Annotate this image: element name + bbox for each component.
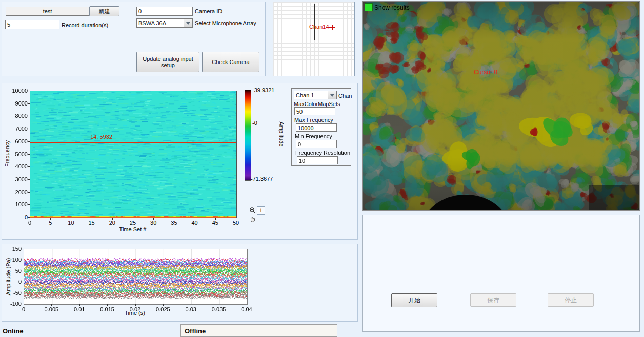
spectrogram-ytick-label: 8000 (5, 113, 28, 119)
waveform-xtick-mark (135, 304, 136, 306)
waveform-ytick-label: 150 (1, 246, 22, 252)
chevron-down-icon[interactable] (184, 19, 192, 27)
session-name-field[interactable]: test (6, 7, 89, 16)
spectrogram-xtick-label: 45 (208, 220, 223, 226)
waveform-xtick-mark (163, 304, 164, 306)
waveform-ytick-label: 0 (1, 279, 22, 285)
cursor-tool-icon[interactable]: + (257, 206, 265, 215)
min-frequency-label: Min Frequency (295, 133, 332, 139)
offline-status-label: Offline (185, 327, 206, 335)
spectrogram-ytick-label: 5000 (5, 151, 28, 157)
check-camera-button[interactable]: Check Camera (202, 52, 259, 72)
camera-cursor-label: Cursor 0 (474, 69, 497, 76)
colorbar-zero-label: -0 (252, 120, 257, 126)
spectrogram-ytick-label: 3000 (5, 176, 28, 182)
waveform-xtick-mark (219, 304, 219, 306)
spectrogram-xlabel: Time Set # (82, 226, 184, 233)
frequency-resolution-field[interactable]: 10 (297, 156, 338, 164)
spectrogram-xtick-mark (92, 218, 92, 220)
colorbar-max-label: -39.9321 (252, 87, 274, 93)
array-axis-vertical (314, 4, 315, 40)
waveform-ytick-mark (22, 293, 24, 293)
waveform-ytick-label: -50 (1, 290, 22, 296)
spectrogram-xtick-label: 20 (105, 220, 120, 226)
spectrogram-ytick-mark (28, 166, 30, 167)
save-button[interactable]: 保存 (470, 293, 516, 307)
max-colormap-field[interactable]: 50 (294, 107, 335, 115)
array-cursor-icon[interactable] (332, 25, 333, 30)
start-button[interactable]: 开始 (391, 293, 437, 307)
frequency-resolution-label: Frequency Resolution (295, 150, 350, 156)
waveform-ytick-mark (22, 249, 24, 249)
spectrogram-xtick-label: 5 (43, 220, 58, 226)
zoom-tool-icon[interactable] (249, 207, 256, 214)
camera-cursor-vline[interactable] (472, 2, 472, 210)
camera-id-label: Camera ID (195, 8, 222, 14)
spectrogram-cursor-hline[interactable] (30, 142, 236, 143)
record-duration-label: Record duration(s) (62, 22, 108, 28)
spectrogram-cursor-vline[interactable] (88, 91, 88, 217)
waveform-xtick-label: 0.015 (97, 306, 117, 312)
chevron-down-icon[interactable] (328, 91, 336, 99)
waveform-xtick-mark (79, 304, 80, 306)
show-results-checkbox[interactable] (365, 3, 373, 11)
waveform-xtick-label: 0.025 (153, 306, 173, 312)
waveform-xtick-mark (107, 304, 108, 306)
spectrogram-ytick-label: 6000 (5, 138, 28, 144)
spectrogram-cursor-label: 14, 5932 (90, 134, 112, 140)
pan-tool-icon[interactable] (249, 216, 256, 223)
spectrogram-xtick-mark (30, 218, 30, 220)
waveform-xtick-mark (191, 304, 191, 306)
waveform-xtick-label: 0 (13, 306, 34, 312)
setup-panel: test 新建 5 Record duration(s) 0 Camera ID… (2, 2, 266, 76)
show-results-label: Show results (374, 4, 410, 11)
waveform-ytick-mark (22, 260, 24, 260)
spectrogram-ytick-label: 1000 (5, 201, 28, 207)
waveform-xtick-mark (51, 304, 52, 306)
waveform-xtick-label: 0.04 (236, 306, 257, 312)
waveform-xtick-label: 0.035 (209, 306, 229, 312)
spectrogram-ytick-label: 10000 (5, 88, 28, 94)
update-analog-input-button[interactable]: Update analog input setup (136, 52, 199, 72)
spectrogram-xtick-label: 25 (125, 220, 140, 226)
spectrogram-ytick-mark (28, 141, 30, 142)
max-colormap-label: MaxColorMapSets (294, 101, 340, 107)
chan-dropdown[interactable]: Chan 1 (294, 91, 337, 99)
spectrogram-ytick-label: 7000 (5, 125, 28, 132)
record-duration-field[interactable]: 5 (5, 20, 59, 29)
mic-array-dropdown[interactable]: BSWA 36A (136, 18, 193, 28)
max-frequency-field[interactable]: 10000 (296, 123, 337, 132)
camera-result-image[interactable] (363, 2, 639, 210)
amplitude-colorbar[interactable] (245, 90, 251, 181)
spectrogram-ytick-mark (28, 116, 30, 116)
array-cursor-label: Chan14 (309, 24, 329, 30)
spectrogram-xtick-label: 35 (166, 220, 182, 226)
mic-array-value: BSWA 36A (138, 20, 166, 26)
spectrogram-xtick-mark (195, 218, 195, 220)
waveform-ytick-mark (22, 271, 24, 271)
new-button[interactable]: 新建 (89, 6, 119, 16)
waveform-ytick-label: 50 (1, 268, 22, 274)
spectrogram-plot[interactable] (30, 91, 237, 218)
spectrogram-xtick-mark (153, 218, 154, 220)
spectrogram-ytick-mark (28, 204, 30, 205)
spectrogram-xtick-mark (236, 218, 236, 220)
waveform-ytick-mark (22, 282, 24, 282)
action-panel (362, 215, 640, 332)
offline-status-box: Offline (180, 324, 337, 337)
camera-id-field[interactable]: 0 (136, 7, 193, 16)
spectrogram-ytick-label: 2000 (5, 189, 28, 195)
stop-button[interactable]: 停止 (548, 293, 594, 307)
waveform-plot[interactable] (24, 249, 248, 305)
waveform-xtick-label: 0.03 (180, 306, 201, 312)
mic-array-plot[interactable]: Chan14 (273, 2, 355, 76)
min-frequency-field[interactable]: 0 (296, 140, 337, 148)
waveform-xtick-label: 0.02 (125, 306, 146, 312)
waveform-ytick-label: 100 (1, 257, 22, 263)
camera-cursor-hline[interactable] (363, 75, 639, 75)
spectrogram-xtick-mark (71, 218, 71, 220)
spectrogram-ytick-mark (28, 129, 30, 129)
spectrogram-ytick-mark (28, 154, 30, 155)
spectrogram-xtick-mark (133, 218, 133, 220)
max-frequency-label: Max Frequency (294, 117, 333, 123)
